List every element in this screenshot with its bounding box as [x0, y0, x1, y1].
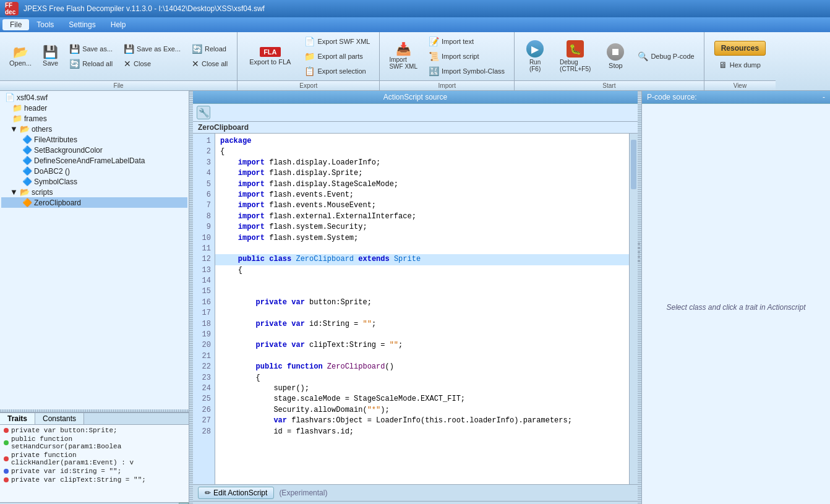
tree-item-setbackgroundcolor[interactable]: 🔷 SetBackgroundColor — [1, 145, 187, 155]
item-icon: 🔷 — [22, 145, 32, 155]
close-all-button[interactable]: ✕ Close all — [187, 57, 232, 70]
menu-bar: File Tools Settings Help — [0, 17, 830, 32]
import-script-button[interactable]: 📜 Import script — [424, 49, 509, 63]
tree-item-fileattributes[interactable]: 🔷 FileAttributes — [1, 134, 187, 145]
tree-item-label: DoABC2 () — [34, 167, 70, 176]
start-group-label: Start — [515, 80, 704, 90]
tree-item-label: header — [24, 104, 47, 113]
trait-item[interactable]: private var id:String = ""; — [1, 467, 187, 476]
tree-root[interactable]: 📄 xsf04.swf — [1, 92, 187, 103]
export-group-label: Export — [237, 80, 379, 90]
source-header: ActionScript source — [193, 91, 638, 104]
stop-button[interactable]: ⏹ Stop — [600, 41, 631, 72]
tree-item-label: FileAttributes — [34, 135, 77, 144]
traits-tabs: Traits Constants — [0, 413, 189, 425]
tree-area[interactable]: 📄 xsf04.swf 📁 header 📁 frames ▼ 📂 others — [0, 91, 189, 409]
tree-item-label: SymbolClass — [34, 177, 77, 186]
tree-root-icon: 📄 — [5, 93, 15, 102]
debug-pcode-button[interactable]: 🔍 Debug P-code — [633, 49, 698, 63]
tree-item-label: DefineSceneAndFrameLabelData — [34, 156, 145, 165]
pcode-header: P-code source: - — [642, 91, 830, 104]
main-layout: 📄 xsf04.swf 📁 header 📁 frames ▼ 📂 others — [0, 91, 830, 504]
item-icon: 🔷 — [22, 166, 32, 176]
item-icon: 🔷 — [22, 177, 32, 186]
bottom-panel: Traits Constants private var button:Spri… — [0, 412, 189, 504]
tree-item-label: scripts — [32, 188, 53, 197]
trait-item[interactable]: private function clickHandler(param1:Eve… — [1, 451, 187, 467]
menu-file[interactable]: File — [2, 19, 29, 30]
tree-item-doabc2[interactable]: 🔷 DoABC2 () — [1, 166, 187, 176]
tree-item-zeroclipboard[interactable]: 🔶 ZeroClipboard — [1, 197, 187, 208]
export-selection-button[interactable]: 📋 Export selection — [300, 64, 374, 78]
menu-settings[interactable]: Settings — [61, 19, 103, 30]
import-group-label: Import — [380, 80, 514, 90]
toolbar: 📂 Open... 💾 Save 💾 Save as... 🔄 Reload a… — [0, 32, 830, 91]
code-container: 🔧 ZeroClipboard 12345 678910 1112131415 … — [193, 104, 638, 484]
edit-bar: ✏ Edit ActionScript (Experimental) — [193, 484, 638, 501]
import-swf-xml-button[interactable]: 📥 ImportSWF XML — [385, 40, 422, 72]
toolbar-start-section: ▶ Run(F6) 🐛 Debug(CTRL+F5) ⏹ Stop 🔍 Debu… — [515, 32, 704, 90]
tree-item-label: SetBackgroundColor — [34, 146, 103, 155]
dot-icon — [4, 477, 9, 482]
app-logo: FF dec — [5, 2, 19, 15]
edit-actionscript-button[interactable]: ✏ Edit ActionScript — [198, 487, 274, 499]
expand-icon: ▼ — [10, 124, 18, 134]
tree-item-label: ZeroClipboard — [34, 199, 81, 207]
tree-root-label: xsf04.swf — [17, 93, 48, 102]
pcode-label: P-code source: — [647, 93, 697, 101]
expand-icon: ▼ — [10, 187, 18, 197]
code-toolbar-button[interactable]: 🔧 — [197, 106, 210, 119]
trait-item[interactable]: private var clipText:String = ""; — [1, 476, 187, 484]
tree-item-others[interactable]: ▼ 📂 others — [1, 124, 187, 134]
debug-button[interactable]: 🐛 Debug(CTRL+F5) — [553, 38, 597, 75]
hex-dump-button[interactable]: 🖥 Hex dump — [714, 58, 766, 72]
tree-item-definescene[interactable]: 🔷 DefineSceneAndFrameLabelData — [1, 155, 187, 166]
folder-icon: 📁 — [12, 103, 22, 113]
trait-item[interactable]: public function setHandCursor(param1:Boo… — [1, 435, 187, 451]
right-panel: P-code source: - Select class and click … — [641, 91, 830, 504]
close-button[interactable]: ✕ Close — [119, 57, 185, 70]
traits-list: private var button:Sprite; public functi… — [0, 425, 189, 502]
folder-icon: 📁 — [12, 114, 22, 123]
reload-all-button[interactable]: 🔄 Reload all — [65, 57, 117, 70]
bottom-dots: ..... — [193, 501, 638, 504]
open-button[interactable]: 📂 Open... — [5, 43, 36, 69]
save-button[interactable]: 💾 Save — [38, 43, 62, 69]
save-as-button[interactable]: 💾 Save as... — [65, 42, 117, 56]
tree-item-scripts[interactable]: ▼ 📂 scripts — [1, 187, 187, 197]
code-content[interactable]: package { import flash.display.LoaderInf… — [215, 134, 629, 484]
export-all-parts-button[interactable]: 📁 Export all parts — [300, 49, 374, 63]
menu-tools[interactable]: Tools — [29, 19, 61, 30]
save-as-exe-button[interactable]: 💾 Save as Exe... — [119, 42, 185, 56]
item-icon: 🔷 — [22, 135, 32, 144]
left-panel: 📄 xsf04.swf 📁 header 📁 frames ▼ 📂 others — [0, 91, 189, 504]
import-text-button[interactable]: 📝 Import text — [424, 35, 509, 48]
resources-button[interactable]: Resources — [714, 41, 766, 56]
item-icon: 🔷 — [22, 156, 32, 165]
pcode-content: Select class and click a trait in Action… — [642, 104, 830, 504]
center-panel: ActionScript source 🔧 ZeroClipboard 1234… — [193, 91, 638, 504]
tab-constants[interactable]: Constants — [35, 413, 84, 424]
tree-item-label: frames — [24, 114, 47, 123]
file-group-label: File — [0, 80, 237, 90]
export-swf-xml-button[interactable]: 📄 Export SWF XML — [300, 35, 374, 48]
import-symbol-class-button[interactable]: 🔣 Import Symbol-Class — [424, 64, 509, 78]
export-to-fla-button[interactable]: FLA Export to FLA — [242, 44, 297, 69]
folder-open-icon: 📂 — [20, 124, 30, 134]
trait-item[interactable]: private var button:Sprite; — [1, 426, 187, 435]
vertical-scrollbar[interactable] — [629, 134, 638, 484]
dot-icon — [4, 456, 9, 461]
tree-item-symbolclass[interactable]: 🔷 SymbolClass — [1, 176, 187, 187]
pcode-value: - — [823, 93, 825, 101]
code-scroll-area[interactable]: 12345 678910 1112131415 1617181920 21222… — [193, 134, 638, 484]
app-title: JPEXS Free Flash Decompiler v.11.3.0 - I… — [24, 4, 265, 13]
menu-help[interactable]: Help — [103, 19, 134, 30]
reload-button[interactable]: 🔄 Reload — [187, 42, 232, 56]
toolbar-export-section: FLA Export to FLA 📄 Export SWF XML 📁 Exp… — [237, 32, 380, 90]
tree-item-frames[interactable]: 📁 frames — [1, 113, 187, 124]
tab-traits[interactable]: Traits — [0, 413, 35, 424]
dot-icon — [4, 469, 9, 474]
tree-item-header[interactable]: 📁 header — [1, 103, 187, 113]
run-button[interactable]: ▶ Run(F6) — [520, 38, 550, 75]
line-numbers: 12345 678910 1112131415 1617181920 21222… — [193, 134, 215, 484]
